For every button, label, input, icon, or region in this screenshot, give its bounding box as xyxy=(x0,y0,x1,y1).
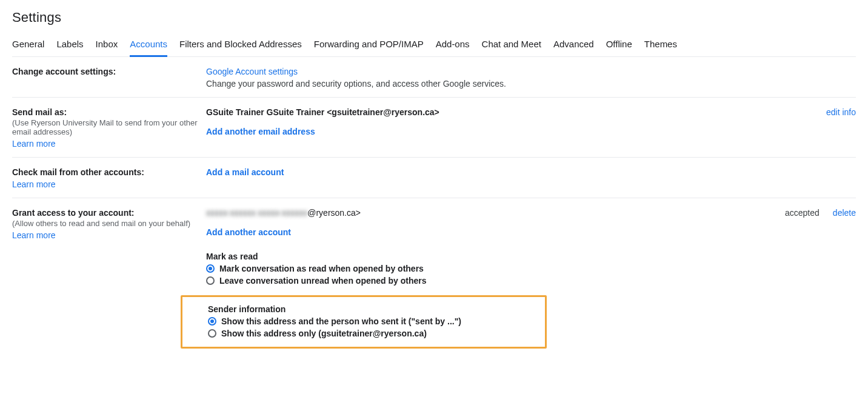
google-account-settings-link[interactable]: Google Account settings xyxy=(206,67,298,76)
tab-forwarding[interactable]: Forwarding and POP/IMAP xyxy=(314,34,424,56)
tab-accounts[interactable]: Accounts xyxy=(130,34,167,57)
delegate-row: xxxxx-xxxxxx xxxxx-xxxxxx@ryerson.ca> xyxy=(206,208,785,218)
send-mail-as-learn-more-link[interactable]: Learn more xyxy=(12,139,56,149)
check-mail-label: Check mail from other accounts: xyxy=(12,167,200,177)
tab-general[interactable]: General xyxy=(12,34,44,56)
tab-offline[interactable]: Offline xyxy=(606,34,632,56)
sender-option-1-label: Show this address and the person who sen… xyxy=(221,316,461,326)
add-mail-account-link[interactable]: Add a mail account xyxy=(206,167,284,177)
mark-read-option-1-label: Mark conversation as read when opened by… xyxy=(219,264,424,273)
tab-chat[interactable]: Chat and Meet xyxy=(482,34,541,56)
radio-icon xyxy=(206,276,215,285)
delegate-status: accepted xyxy=(785,208,820,218)
grant-access-learn-more-link[interactable]: Learn more xyxy=(12,230,56,240)
tab-addons[interactable]: Add-ons xyxy=(436,34,470,56)
tab-inbox[interactable]: Inbox xyxy=(96,34,118,56)
sender-option-2-row[interactable]: Show this address only (gsuitetrainer@ry… xyxy=(208,329,535,338)
mark-read-option-2-row[interactable]: Leave conversation unread when opened by… xyxy=(206,276,856,286)
change-account-label: Change account settings: xyxy=(12,67,200,76)
change-account-desc: Change your password and security option… xyxy=(206,79,856,89)
mark-read-option-2-label: Leave conversation unread when opened by… xyxy=(219,276,427,286)
section-check-mail: Check mail from other accounts: Learn mo… xyxy=(12,158,856,198)
delegate-suffix: @ryerson.ca> xyxy=(307,208,361,218)
section-send-mail-as: Send mail as: (Use Ryerson University Ma… xyxy=(12,98,856,158)
radio-icon xyxy=(208,317,216,326)
delegate-name-blurred: xxxxx-xxxxxx xxxxx-xxxxxx xyxy=(206,208,307,218)
edit-info-link[interactable]: edit info xyxy=(826,107,856,117)
send-mail-as-sub: (Use Ryerson University Mail to send fro… xyxy=(12,118,200,136)
send-mail-as-label: Send mail as: xyxy=(12,107,200,117)
page-title: Settings xyxy=(12,0,856,34)
tab-advanced[interactable]: Advanced xyxy=(553,34,594,56)
sender-option-1-row[interactable]: Show this address and the person who sen… xyxy=(208,316,535,326)
sender-info-heading: Sender information xyxy=(208,304,535,314)
tab-filters[interactable]: Filters and Blocked Addresses xyxy=(179,34,302,56)
sender-info-highlight: Sender information Show this address and… xyxy=(181,295,547,349)
radio-icon xyxy=(208,329,216,338)
grant-access-sub: (Allow others to read and send mail on y… xyxy=(12,219,200,228)
add-another-account-link[interactable]: Add another account xyxy=(206,227,291,237)
check-mail-learn-more-link[interactable]: Learn more xyxy=(12,179,56,189)
tab-themes[interactable]: Themes xyxy=(644,34,677,56)
section-change-account: Change account settings: Google Account … xyxy=(12,57,856,98)
tabs-bar: General Labels Inbox Accounts Filters an… xyxy=(12,34,856,57)
section-grant-access: Grant access to your account: (Allow oth… xyxy=(12,198,856,357)
delete-delegate-link[interactable]: delete xyxy=(833,208,856,218)
radio-icon xyxy=(206,264,215,273)
mark-as-read-heading: Mark as read xyxy=(206,252,856,261)
grant-access-label: Grant access to your account: xyxy=(12,208,200,218)
add-another-email-link[interactable]: Add another email address xyxy=(206,127,315,136)
tab-labels[interactable]: Labels xyxy=(56,34,83,56)
mark-read-option-1-row[interactable]: Mark conversation as read when opened by… xyxy=(206,264,856,273)
send-mail-identity: GSuite Trainer GSuite Trainer <gsuitetra… xyxy=(206,107,826,117)
sender-option-2-label: Show this address only (gsuitetrainer@ry… xyxy=(221,329,427,338)
